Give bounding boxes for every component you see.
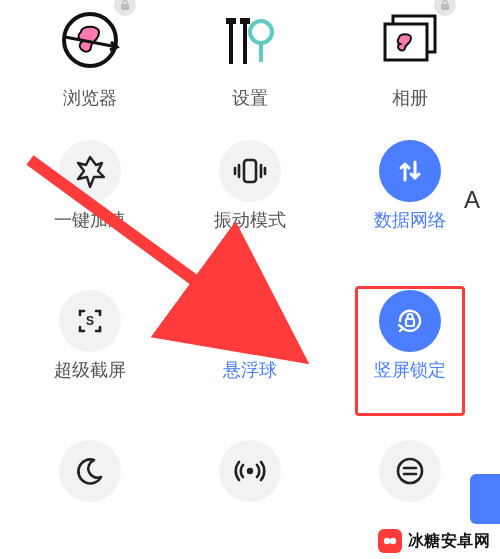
vibrate-icon [219, 140, 281, 202]
svg-rect-12 [244, 160, 256, 182]
side-handle[interactable] [470, 474, 500, 524]
moon-icon [59, 440, 121, 502]
svg-rect-4 [226, 18, 236, 24]
quick-settings-row-2: S 超级截屏 悬浮球 竖屏锁定 [0, 290, 500, 440]
toggle-label: 振动模式 [214, 208, 286, 232]
toggle-portrait-lock[interactable]: 竖屏锁定 [330, 290, 490, 440]
svg-rect-6 [240, 18, 250, 24]
watermark: 冰糖安卓网 [378, 529, 491, 553]
svg-point-22 [383, 538, 389, 544]
toggle-hotspot[interactable] [170, 440, 330, 550]
app-label: 相册 [392, 86, 428, 110]
font-size-toggle[interactable]: A [452, 180, 492, 220]
svg-rect-2 [121, 4, 129, 10]
browser-icon [50, 0, 130, 80]
svg-point-14 [238, 309, 262, 333]
svg-point-18 [398, 459, 422, 483]
more-icon [379, 440, 441, 502]
toggle-super-screenshot[interactable]: S 超级截屏 [10, 290, 170, 440]
app-label: 设置 [232, 86, 268, 110]
app-browser[interactable]: 浏览器 [10, 0, 170, 140]
app-row: 浏览器 设置 相册 [0, 0, 500, 140]
portrait-lock-icon [379, 290, 441, 352]
toggle-dnd[interactable] [10, 440, 170, 550]
app-gallery[interactable]: 相册 [330, 0, 490, 140]
settings-icon [210, 0, 290, 80]
app-settings[interactable]: 设置 [170, 0, 330, 140]
quick-settings-row-1: 一键加速 振动模式 数据网络 [0, 140, 500, 290]
data-icon [379, 140, 441, 202]
gallery-icon [370, 0, 450, 80]
svg-point-23 [389, 538, 395, 544]
hotspot-icon [219, 440, 281, 502]
lock-badge-icon [434, 0, 456, 16]
svg-rect-16 [406, 319, 414, 326]
app-label: 浏览器 [63, 86, 117, 110]
toggle-label: 一键加速 [54, 208, 126, 232]
watermark-text: 冰糖安卓网 [408, 531, 491, 552]
toggle-speedup[interactable]: 一键加速 [10, 140, 170, 290]
svg-rect-11 [441, 4, 449, 10]
toggle-label: 悬浮球 [223, 358, 277, 382]
toggle-label: 数据网络 [374, 208, 446, 232]
toggle-floating-ball[interactable]: 悬浮球 [170, 290, 330, 440]
svg-point-17 [247, 468, 253, 474]
svg-point-15 [245, 316, 255, 326]
font-size-label: A [464, 186, 480, 214]
toggle-label: 竖屏锁定 [374, 358, 446, 382]
lock-badge-icon [114, 0, 136, 16]
svg-point-7 [250, 21, 272, 43]
toggle-label: 超级截屏 [54, 358, 126, 382]
toggle-vibrate[interactable]: 振动模式 [170, 140, 330, 290]
svg-text:S: S [86, 314, 94, 328]
floating-ball-icon [219, 290, 281, 352]
watermark-icon [378, 529, 402, 553]
screenshot-icon: S [59, 290, 121, 352]
speedup-icon [59, 140, 121, 202]
